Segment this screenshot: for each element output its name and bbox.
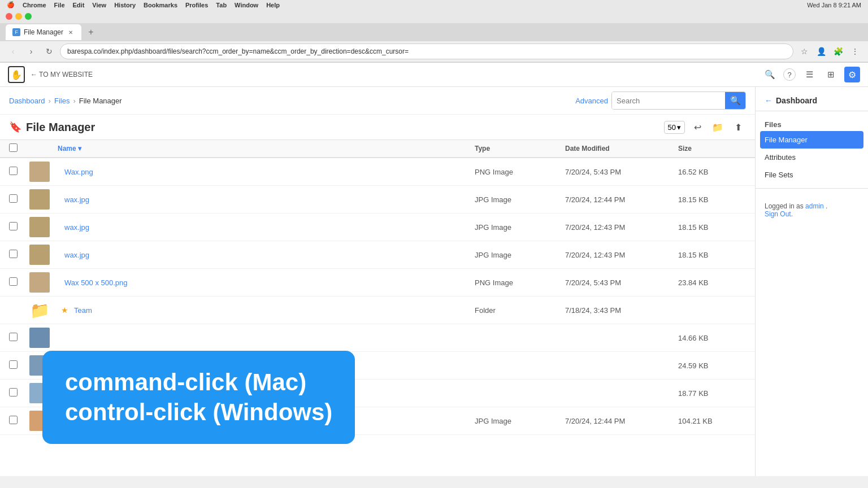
breadcrumb-files[interactable]: Files xyxy=(54,97,70,105)
search-button[interactable]: 🔍 xyxy=(725,92,745,109)
search-area: Advanced 🔍 xyxy=(575,91,746,110)
app-logo: ✋ xyxy=(8,66,25,83)
file-type: JPG Image xyxy=(475,417,565,425)
close-window-button[interactable] xyxy=(6,13,12,20)
list-view-icon[interactable]: ☰ xyxy=(801,67,817,82)
sidebar-item-file-manager[interactable]: File Manager xyxy=(760,131,863,149)
menu-edit[interactable]: Edit xyxy=(73,2,85,8)
menu-profiles[interactable]: Profiles xyxy=(185,2,208,8)
file-checkbox[interactable] xyxy=(9,333,18,341)
chrome-bar: F File Manager ✕ + ‹ › ↻ barespa.co/inde… xyxy=(0,10,868,63)
nav-actions: ☆ 👤 🧩 ⋮ xyxy=(797,44,862,59)
file-type: JPG Image xyxy=(475,195,565,204)
upload-button[interactable]: ⬆ xyxy=(730,119,746,135)
file-checkbox[interactable] xyxy=(9,388,18,396)
menu-view[interactable]: View xyxy=(92,2,106,8)
file-checkbox[interactable] xyxy=(9,277,18,286)
new-tab-button[interactable]: + xyxy=(85,26,97,38)
file-size: 16.52 KB xyxy=(678,168,746,176)
table-header: Name ▾ Type Date Modified Size xyxy=(0,140,755,158)
file-checkbox[interactable] xyxy=(9,167,18,175)
file-name[interactable]: Wax 500 x 500.png xyxy=(61,278,128,287)
row-checkbox xyxy=(9,167,29,177)
file-date: 7/20/24, 12:43 PM xyxy=(565,223,678,232)
sidebar: ← Dashboard Files File Manager Attribute… xyxy=(755,87,868,476)
sidebar-item-attributes[interactable]: Attributes xyxy=(756,149,868,166)
menu-file[interactable]: File xyxy=(54,2,65,8)
page-title: File Manager xyxy=(26,121,95,134)
logo-icon: ✋ xyxy=(11,69,22,80)
header-name-col[interactable]: Name ▾ xyxy=(58,145,475,152)
grid-view-icon[interactable]: ⊞ xyxy=(823,67,839,82)
extension-icon[interactable]: 🧩 xyxy=(831,44,845,59)
menu-tab[interactable]: Tab xyxy=(216,2,227,8)
file-name[interactable]: Team xyxy=(71,306,92,315)
file-name[interactable]: wax.jpg xyxy=(61,251,89,259)
settings-icon[interactable]: ⚙ xyxy=(844,67,860,82)
row-checkbox xyxy=(9,416,29,426)
file-checkbox[interactable] xyxy=(9,250,18,258)
file-size: 18.15 KB xyxy=(678,195,746,204)
minimize-window-button[interactable] xyxy=(15,13,22,20)
file-size: 104.21 KB xyxy=(678,417,746,425)
search-input-wrap: 🔍 xyxy=(611,91,746,110)
select-all-checkbox[interactable] xyxy=(9,143,18,152)
table-row: wax.jpg JPG Image 7/20/24, 12:43 PM 18.1… xyxy=(0,241,755,269)
menu-window[interactable]: Window xyxy=(235,2,258,8)
menu-chrome[interactable]: Chrome xyxy=(23,2,46,8)
file-checkbox[interactable] xyxy=(9,222,18,230)
new-folder-button[interactable]: 📁 xyxy=(710,119,726,135)
per-page-icon: ▾ xyxy=(677,123,681,132)
tab-close-button[interactable]: ✕ xyxy=(67,28,75,36)
file-name[interactable]: wax.jpg xyxy=(61,195,89,204)
sidebar-back-arrow[interactable]: ← xyxy=(765,96,772,105)
profile-icon[interactable]: 👤 xyxy=(814,44,828,59)
file-checkbox[interactable] xyxy=(9,194,18,203)
menu-bookmarks[interactable]: Bookmarks xyxy=(144,2,177,8)
app-toolbar: ✋ ← TO MY WEBSITE 🔍 ? ☰ ⊞ ⚙ xyxy=(0,63,868,87)
system-time: Wed Jan 8 9:21 AM xyxy=(807,2,861,8)
move-icon-button[interactable]: ↩ xyxy=(689,119,705,135)
page-title-icon: 🔖 xyxy=(9,121,21,133)
row-checkbox xyxy=(9,333,29,343)
advanced-search-link[interactable]: Advanced xyxy=(575,97,608,105)
file-checkbox[interactable] xyxy=(9,360,18,369)
sign-out-link[interactable]: Sign Out. xyxy=(765,210,793,218)
back-to-website-link[interactable]: ← TO MY WEBSITE xyxy=(31,71,93,79)
menu-history[interactable]: History xyxy=(114,2,136,8)
admin-link[interactable]: admin xyxy=(805,202,824,210)
file-checkbox[interactable] xyxy=(9,416,18,424)
more-options-icon[interactable]: ⋮ xyxy=(848,44,862,59)
back-button[interactable]: ‹ xyxy=(6,44,20,59)
help-toolbar-icon[interactable]: ? xyxy=(783,68,796,81)
tab-favicon: F xyxy=(12,28,20,36)
sidebar-file-sets-label: File Sets xyxy=(765,171,793,179)
file-date: 7/20/24, 12:44 PM xyxy=(565,195,678,204)
sort-icon: ▾ xyxy=(78,145,81,152)
file-size: 18.15 KB xyxy=(678,251,746,259)
system-menu[interactable]: 🍎 Chrome File Edit View History Bookmark… xyxy=(7,1,280,8)
search-toolbar-icon[interactable]: 🔍 xyxy=(762,67,778,82)
address-bar[interactable]: barespa.co/index.php/dashboard/files/sea… xyxy=(60,43,793,59)
sidebar-item-file-sets[interactable]: File Sets xyxy=(756,166,868,184)
maximize-window-button[interactable] xyxy=(25,13,32,20)
tooltip-line2: control-click (Windows) xyxy=(65,398,332,428)
per-page-selector[interactable]: 50 ▾ xyxy=(664,121,685,134)
file-name[interactable]: wax.jpg xyxy=(61,223,89,232)
file-name[interactable]: Wax.png xyxy=(61,168,93,176)
sidebar-attributes-label: Attributes xyxy=(765,153,796,162)
table-row: Wax.png PNG Image 7/20/24, 5:43 PM 16.52… xyxy=(0,158,755,186)
traffic-lights[interactable] xyxy=(6,13,32,20)
bookmark-icon[interactable]: ☆ xyxy=(797,44,811,59)
file-date: 7/20/24, 5:43 PM xyxy=(565,168,678,176)
forward-button[interactable]: › xyxy=(24,44,38,59)
file-type: PNG Image xyxy=(475,278,565,287)
star-icon[interactable]: ★ xyxy=(61,306,68,315)
nav-bar: ‹ › ↻ barespa.co/index.php/dashboard/fil… xyxy=(0,41,868,62)
active-tab[interactable]: F File Manager ✕ xyxy=(6,24,81,40)
search-input[interactable] xyxy=(612,92,725,109)
reload-button[interactable]: ↻ xyxy=(42,44,57,59)
menu-help[interactable]: Help xyxy=(266,2,280,8)
apple-menu[interactable]: 🍎 xyxy=(7,1,15,8)
breadcrumb-dashboard[interactable]: Dashboard xyxy=(9,97,45,105)
